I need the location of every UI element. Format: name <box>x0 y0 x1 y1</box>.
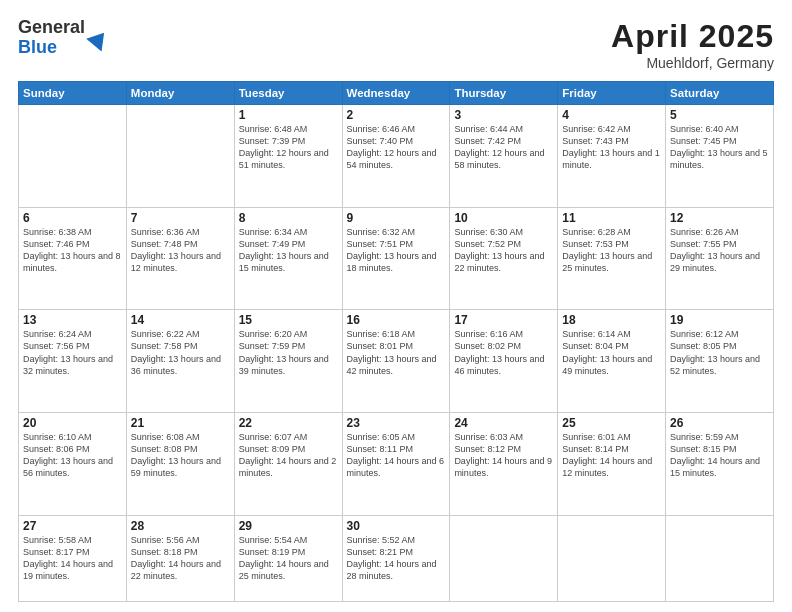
page: General Blue April 2025 Muehldorf, Germa… <box>0 0 792 612</box>
calendar-cell: 8Sunrise: 6:34 AM Sunset: 7:49 PM Daylig… <box>234 207 342 310</box>
day-number: 11 <box>562 211 661 225</box>
logo-text: General Blue <box>18 18 85 58</box>
calendar-cell: 17Sunrise: 6:16 AM Sunset: 8:02 PM Dayli… <box>450 310 558 413</box>
day-number: 13 <box>23 313 122 327</box>
title-block: April 2025 Muehldorf, Germany <box>611 18 774 71</box>
calendar-cell: 9Sunrise: 6:32 AM Sunset: 7:51 PM Daylig… <box>342 207 450 310</box>
calendar-cell: 20Sunrise: 6:10 AM Sunset: 8:06 PM Dayli… <box>19 412 127 515</box>
day-number: 23 <box>347 416 446 430</box>
day-number: 18 <box>562 313 661 327</box>
day-info: Sunrise: 6:07 AM Sunset: 8:09 PM Dayligh… <box>239 431 338 480</box>
day-info: Sunrise: 5:52 AM Sunset: 8:21 PM Dayligh… <box>347 534 446 583</box>
calendar-cell <box>126 105 234 208</box>
day-info: Sunrise: 6:20 AM Sunset: 7:59 PM Dayligh… <box>239 328 338 377</box>
day-info: Sunrise: 6:40 AM Sunset: 7:45 PM Dayligh… <box>670 123 769 172</box>
day-info: Sunrise: 6:44 AM Sunset: 7:42 PM Dayligh… <box>454 123 553 172</box>
day-info: Sunrise: 6:48 AM Sunset: 7:39 PM Dayligh… <box>239 123 338 172</box>
calendar-cell: 30Sunrise: 5:52 AM Sunset: 8:21 PM Dayli… <box>342 515 450 601</box>
week-row-3: 20Sunrise: 6:10 AM Sunset: 8:06 PM Dayli… <box>19 412 774 515</box>
day-info: Sunrise: 5:59 AM Sunset: 8:15 PM Dayligh… <box>670 431 769 480</box>
day-number: 28 <box>131 519 230 533</box>
day-number: 4 <box>562 108 661 122</box>
calendar-cell: 2Sunrise: 6:46 AM Sunset: 7:40 PM Daylig… <box>342 105 450 208</box>
header-sunday: Sunday <box>19 82 127 105</box>
day-info: Sunrise: 6:05 AM Sunset: 8:11 PM Dayligh… <box>347 431 446 480</box>
day-info: Sunrise: 6:18 AM Sunset: 8:01 PM Dayligh… <box>347 328 446 377</box>
calendar-cell: 23Sunrise: 6:05 AM Sunset: 8:11 PM Dayli… <box>342 412 450 515</box>
logo-icon: General Blue <box>18 18 109 58</box>
day-number: 2 <box>347 108 446 122</box>
day-info: Sunrise: 6:38 AM Sunset: 7:46 PM Dayligh… <box>23 226 122 275</box>
week-row-0: 1Sunrise: 6:48 AM Sunset: 7:39 PM Daylig… <box>19 105 774 208</box>
header-wednesday: Wednesday <box>342 82 450 105</box>
day-info: Sunrise: 6:10 AM Sunset: 8:06 PM Dayligh… <box>23 431 122 480</box>
calendar-location: Muehldorf, Germany <box>611 55 774 71</box>
calendar-cell: 18Sunrise: 6:14 AM Sunset: 8:04 PM Dayli… <box>558 310 666 413</box>
day-number: 21 <box>131 416 230 430</box>
header-tuesday: Tuesday <box>234 82 342 105</box>
day-info: Sunrise: 5:58 AM Sunset: 8:17 PM Dayligh… <box>23 534 122 583</box>
calendar-cell: 26Sunrise: 5:59 AM Sunset: 8:15 PM Dayli… <box>666 412 774 515</box>
calendar-cell <box>450 515 558 601</box>
day-number: 17 <box>454 313 553 327</box>
day-info: Sunrise: 6:30 AM Sunset: 7:52 PM Dayligh… <box>454 226 553 275</box>
header: General Blue April 2025 Muehldorf, Germa… <box>18 18 774 71</box>
calendar-table: Sunday Monday Tuesday Wednesday Thursday… <box>18 81 774 602</box>
calendar-cell: 1Sunrise: 6:48 AM Sunset: 7:39 PM Daylig… <box>234 105 342 208</box>
day-info: Sunrise: 5:54 AM Sunset: 8:19 PM Dayligh… <box>239 534 338 583</box>
day-number: 9 <box>347 211 446 225</box>
day-number: 12 <box>670 211 769 225</box>
calendar-cell: 16Sunrise: 6:18 AM Sunset: 8:01 PM Dayli… <box>342 310 450 413</box>
day-number: 10 <box>454 211 553 225</box>
day-number: 24 <box>454 416 553 430</box>
week-row-1: 6Sunrise: 6:38 AM Sunset: 7:46 PM Daylig… <box>19 207 774 310</box>
calendar-cell: 10Sunrise: 6:30 AM Sunset: 7:52 PM Dayli… <box>450 207 558 310</box>
calendar-cell: 15Sunrise: 6:20 AM Sunset: 7:59 PM Dayli… <box>234 310 342 413</box>
day-info: Sunrise: 6:42 AM Sunset: 7:43 PM Dayligh… <box>562 123 661 172</box>
day-number: 6 <box>23 211 122 225</box>
day-info: Sunrise: 6:08 AM Sunset: 8:08 PM Dayligh… <box>131 431 230 480</box>
day-number: 25 <box>562 416 661 430</box>
day-info: Sunrise: 5:56 AM Sunset: 8:18 PM Dayligh… <box>131 534 230 583</box>
day-number: 14 <box>131 313 230 327</box>
week-row-2: 13Sunrise: 6:24 AM Sunset: 7:56 PM Dayli… <box>19 310 774 413</box>
calendar-cell: 14Sunrise: 6:22 AM Sunset: 7:58 PM Dayli… <box>126 310 234 413</box>
day-number: 29 <box>239 519 338 533</box>
calendar-cell: 6Sunrise: 6:38 AM Sunset: 7:46 PM Daylig… <box>19 207 127 310</box>
day-number: 27 <box>23 519 122 533</box>
day-number: 16 <box>347 313 446 327</box>
day-number: 3 <box>454 108 553 122</box>
day-number: 26 <box>670 416 769 430</box>
day-info: Sunrise: 6:14 AM Sunset: 8:04 PM Dayligh… <box>562 328 661 377</box>
week-row-4: 27Sunrise: 5:58 AM Sunset: 8:17 PM Dayli… <box>19 515 774 601</box>
day-number: 22 <box>239 416 338 430</box>
calendar-cell: 22Sunrise: 6:07 AM Sunset: 8:09 PM Dayli… <box>234 412 342 515</box>
day-info: Sunrise: 6:36 AM Sunset: 7:48 PM Dayligh… <box>131 226 230 275</box>
day-number: 30 <box>347 519 446 533</box>
logo-general: General <box>18 18 85 38</box>
day-info: Sunrise: 6:24 AM Sunset: 7:56 PM Dayligh… <box>23 328 122 377</box>
weekday-header-row: Sunday Monday Tuesday Wednesday Thursday… <box>19 82 774 105</box>
day-info: Sunrise: 6:34 AM Sunset: 7:49 PM Dayligh… <box>239 226 338 275</box>
calendar-cell: 3Sunrise: 6:44 AM Sunset: 7:42 PM Daylig… <box>450 105 558 208</box>
header-saturday: Saturday <box>666 82 774 105</box>
header-thursday: Thursday <box>450 82 558 105</box>
day-info: Sunrise: 6:32 AM Sunset: 7:51 PM Dayligh… <box>347 226 446 275</box>
day-number: 5 <box>670 108 769 122</box>
day-info: Sunrise: 6:01 AM Sunset: 8:14 PM Dayligh… <box>562 431 661 480</box>
calendar-cell: 28Sunrise: 5:56 AM Sunset: 8:18 PM Dayli… <box>126 515 234 601</box>
calendar-cell: 27Sunrise: 5:58 AM Sunset: 8:17 PM Dayli… <box>19 515 127 601</box>
day-number: 20 <box>23 416 122 430</box>
day-number: 7 <box>131 211 230 225</box>
day-number: 8 <box>239 211 338 225</box>
calendar-cell: 29Sunrise: 5:54 AM Sunset: 8:19 PM Dayli… <box>234 515 342 601</box>
day-info: Sunrise: 6:16 AM Sunset: 8:02 PM Dayligh… <box>454 328 553 377</box>
calendar-title: April 2025 <box>611 18 774 55</box>
calendar-cell: 19Sunrise: 6:12 AM Sunset: 8:05 PM Dayli… <box>666 310 774 413</box>
day-info: Sunrise: 6:26 AM Sunset: 7:55 PM Dayligh… <box>670 226 769 275</box>
day-number: 15 <box>239 313 338 327</box>
day-number: 1 <box>239 108 338 122</box>
header-monday: Monday <box>126 82 234 105</box>
logo: General Blue <box>18 18 109 58</box>
day-info: Sunrise: 6:46 AM Sunset: 7:40 PM Dayligh… <box>347 123 446 172</box>
